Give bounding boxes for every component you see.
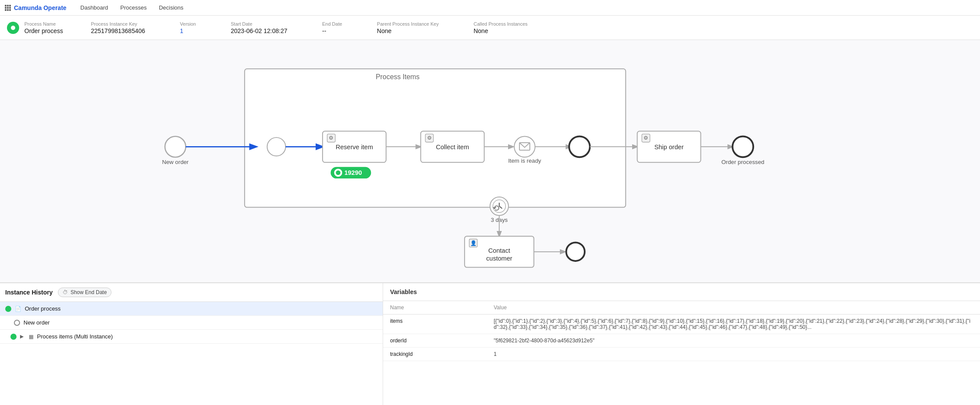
- final-end-event: [733, 136, 754, 157]
- version-section: Version 1: [180, 21, 213, 34]
- variable-name: trackingId: [383, 348, 487, 361]
- variables-header: Variables: [383, 283, 980, 301]
- contact-customer-label: Contact: [488, 247, 510, 254]
- svg-text:⚙: ⚙: [329, 135, 333, 141]
- variable-row: orderId"5f629821-2bf2-4800-870d-a45623d9…: [383, 334, 980, 348]
- show-end-date-label: Show End Date: [71, 289, 107, 295]
- variables-panel: Variables Name Value items[{"id":0},{"id…: [383, 283, 980, 405]
- process-type-icon: 📄: [15, 306, 21, 312]
- inner-start-event: [267, 137, 286, 156]
- instance-history-header: Instance History ⏱ Show End Date: [0, 283, 383, 302]
- top-navigation: Camunda Operate Dashboard Processes Deci…: [0, 0, 980, 16]
- svg-text:⟲: ⟲: [492, 204, 499, 213]
- version-label: Version: [180, 21, 196, 27]
- instance-list: 📄 Order process New order ▶ ▦ Process it…: [0, 302, 383, 405]
- instance-history-title: Instance History: [5, 289, 53, 296]
- end-event-bottom: [566, 242, 585, 261]
- subprocess-type-icon: ▦: [29, 334, 34, 340]
- variable-value: 1: [487, 348, 980, 361]
- nav-decisions[interactable]: Decisions: [154, 2, 189, 13]
- svg-rect-1: [7, 5, 9, 7]
- svg-rect-5: [9, 7, 11, 9]
- instance-history-panel: Instance History ⏱ Show End Date 📄 Order…: [0, 283, 383, 405]
- instance-name-order-process: Order process: [25, 305, 377, 312]
- instance-name-process-items: Process items (Multi Instance): [37, 333, 377, 340]
- start-event-label: New order: [162, 159, 189, 165]
- variable-value: "5f629821-2bf2-4800-870d-a45623d912e5": [487, 334, 980, 348]
- parent-value: None: [377, 27, 439, 34]
- svg-point-16: [336, 171, 340, 175]
- variable-row: items[{"id":0},{"id":1},{"id":2},{"id":3…: [383, 315, 980, 334]
- process-instance-key-label: Process Instance Key: [91, 21, 145, 27]
- final-end-label: Order processed: [721, 159, 764, 165]
- svg-text:⚙: ⚙: [643, 135, 648, 141]
- ship-order-label: Ship order: [654, 144, 684, 151]
- badge-count: 19290: [344, 169, 362, 176]
- pool-label: Process Items: [376, 73, 420, 80]
- name-col-header: Name: [383, 301, 487, 315]
- process-name-value: Order process: [24, 27, 63, 34]
- parent-label: Parent Process Instance Key: [377, 21, 439, 27]
- svg-rect-3: [5, 7, 7, 9]
- process-name-label: Process Name: [24, 21, 63, 27]
- end-date-section: End Date --: [322, 21, 360, 34]
- svg-rect-0: [5, 5, 7, 7]
- start-event-new-order: [165, 136, 186, 157]
- instance-name-new-order: New order: [24, 319, 377, 326]
- inner-end-event: [569, 136, 590, 157]
- clock-icon: ⏱: [63, 289, 68, 295]
- variable-name: items: [383, 315, 487, 334]
- svg-rect-6: [5, 9, 7, 11]
- main-content: Process Items New order ⚙ Reserve item 1…: [0, 40, 980, 405]
- process-instance-key-section: Process Instance Key 2251799813685406: [91, 21, 163, 34]
- grid-icon[interactable]: [3, 3, 12, 12]
- variable-row: trackingId1: [383, 348, 980, 361]
- nav-processes[interactable]: Processes: [115, 2, 152, 13]
- svg-rect-2: [9, 5, 11, 7]
- nav-dashboard[interactable]: Dashboard: [75, 2, 114, 13]
- variable-name: orderId: [383, 334, 487, 348]
- status-dot-incident: [14, 320, 20, 326]
- bpmn-diagram-area[interactable]: Process Items New order ⚙ Reserve item 1…: [0, 40, 980, 283]
- process-name-section: Process Name Order process: [24, 21, 81, 34]
- process-instance-key-value: 2251799813685406: [91, 27, 145, 34]
- collect-item-label: Collect item: [436, 144, 469, 151]
- status-dot-active-2: [10, 334, 17, 340]
- parent-section: Parent Process Instance Key None: [377, 21, 456, 34]
- variable-value: [{"id":0},{"id":1},{"id":2},{"id":3},{"i…: [487, 315, 980, 334]
- start-date-section: Start Date 2023-06-02 12:08:27: [231, 21, 305, 34]
- bottom-panel: Instance History ⏱ Show End Date 📄 Order…: [0, 283, 980, 405]
- status-icon: [7, 22, 19, 34]
- bpmn-canvas: Process Items New order ⚙ Reserve item 1…: [0, 40, 980, 282]
- app-logo: Camunda Operate: [14, 4, 67, 11]
- svg-text:customer: customer: [486, 255, 512, 262]
- start-date-value: 2023-06-02 12:08:27: [231, 27, 287, 34]
- instance-item-order-process[interactable]: 📄 Order process: [0, 302, 383, 316]
- end-date-value: --: [322, 27, 342, 34]
- start-date-label: Start Date: [231, 21, 287, 27]
- info-bar: Process Name Order process Process Insta…: [0, 16, 980, 40]
- variables-scroll-area[interactable]: Name Value items[{"id":0},{"id":1},{"id"…: [383, 301, 980, 405]
- svg-rect-8: [9, 9, 11, 11]
- svg-text:👤: 👤: [470, 240, 477, 246]
- svg-rect-7: [7, 9, 9, 11]
- instance-item-process-items[interactable]: ▶ ▦ Process items (Multi Instance): [0, 330, 383, 344]
- instance-item-new-order[interactable]: New order: [0, 316, 383, 330]
- expand-button[interactable]: ▶: [20, 334, 24, 339]
- called-section: Called Process Instances None: [474, 21, 545, 34]
- svg-text:⚙: ⚙: [427, 135, 432, 141]
- version-value[interactable]: 1: [180, 27, 196, 34]
- svg-rect-4: [7, 7, 9, 9]
- status-dot-active: [5, 306, 11, 312]
- message-event-label: Item is ready: [508, 157, 541, 164]
- called-value: None: [474, 27, 528, 34]
- variables-table: Name Value items[{"id":0},{"id":1},{"id"…: [383, 301, 980, 361]
- show-end-date-button[interactable]: ⏱ Show End Date: [58, 288, 111, 297]
- reserve-item-label: Reserve item: [336, 144, 373, 151]
- called-label: Called Process Instances: [474, 21, 528, 27]
- value-col-header: Value: [487, 301, 980, 315]
- end-date-label: End Date: [322, 21, 342, 27]
- variables-title: Variables: [390, 288, 417, 295]
